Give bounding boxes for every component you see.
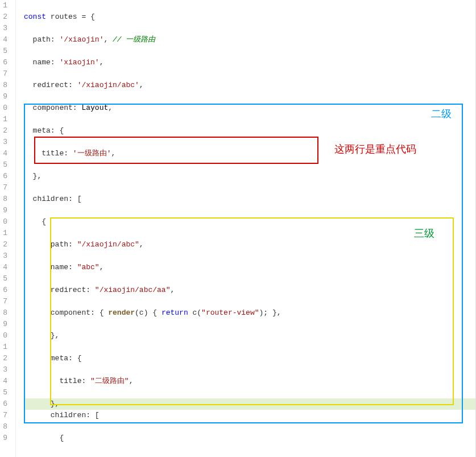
- line-number: 4: [0, 34, 10, 46]
- line-number: 8: [0, 80, 10, 91]
- line-number: 0: [0, 102, 10, 114]
- code-line: path: "/xiaojin/abc",: [24, 239, 475, 250]
- line-number: 4: [0, 148, 10, 159]
- annotation-label-level3: 三级: [414, 228, 434, 239]
- code-line: meta: {: [24, 125, 475, 137]
- line-number: 1: [0, 0, 10, 11]
- line-number: 2: [0, 11, 10, 23]
- code-editor: 1 2 3 4 5 6 7 8 9 0 1 2 3 4 5 6 7 8 9 0 …: [0, 0, 476, 457]
- line-number: 9: [0, 319, 10, 330]
- line-number: 8: [0, 307, 10, 319]
- code-line: name: "abc",: [24, 262, 475, 273]
- line-number: 5: [0, 46, 10, 57]
- line-number: 8: [0, 421, 10, 433]
- code-line: children: [: [24, 193, 475, 205]
- line-number: 9: [0, 205, 10, 216]
- line-number: 6: [0, 285, 10, 296]
- code-line: redirect: "/xiaojin/abc/aa",: [24, 285, 475, 296]
- line-number: 7: [0, 68, 10, 80]
- line-number: 3: [0, 364, 10, 376]
- code-line: title: '一级路由',: [24, 148, 475, 159]
- code-line: },: [24, 171, 475, 182]
- code-line: {: [24, 216, 475, 228]
- code-line: meta: {: [24, 353, 475, 364]
- line-number: 5: [0, 273, 10, 285]
- line-number: 4: [0, 376, 10, 387]
- line-number-gutter: 1 2 3 4 5 6 7 8 9 0 1 2 3 4 5 6 7 8 9 0 …: [0, 0, 16, 457]
- code-area[interactable]: const routes = { path: '/xiaojin', // 一级…: [16, 0, 475, 457]
- code-line: path: '/xiaojin', // 一级路由: [24, 34, 475, 46]
- line-number: 6: [0, 57, 10, 68]
- code-line: {: [24, 433, 475, 444]
- line-number: 9: [0, 91, 10, 102]
- line-number: 1: [0, 341, 10, 353]
- line-number: 6: [0, 171, 10, 182]
- line-number: 2: [0, 353, 10, 364]
- line-number: 0: [0, 216, 10, 228]
- line-number: 5: [0, 159, 10, 171]
- line-number: 5: [0, 387, 10, 398]
- line-number: 3: [0, 137, 10, 148]
- code-line: name: 'xiaojin',: [24, 57, 475, 68]
- code-line: children: [: [24, 410, 475, 421]
- code-line: component: { render(c) { return c("route…: [24, 307, 475, 319]
- line-number: 7: [0, 410, 10, 421]
- line-number: 7: [0, 182, 10, 193]
- line-number: 7: [0, 296, 10, 307]
- line-number: 3: [0, 23, 10, 34]
- line-number: 8: [0, 193, 10, 205]
- line-number: 4: [0, 262, 10, 273]
- code-line: const routes = {: [24, 11, 475, 23]
- line-number: 0: [0, 330, 10, 341]
- code-line-highlighted: },: [24, 398, 475, 410]
- line-number: 9: [0, 433, 10, 444]
- code-line: title: "二级路由",: [24, 376, 475, 387]
- line-number: 6: [0, 398, 10, 410]
- line-number: 3: [0, 250, 10, 262]
- line-number: 1: [0, 114, 10, 125]
- code-line: },: [24, 330, 475, 341]
- line-number: 2: [0, 125, 10, 137]
- code-line: component: Layout,: [24, 102, 475, 114]
- line-number: 1: [0, 228, 10, 239]
- line-number: 2: [0, 239, 10, 250]
- code-line: redirect: '/xiaojin/abc',: [24, 80, 475, 91]
